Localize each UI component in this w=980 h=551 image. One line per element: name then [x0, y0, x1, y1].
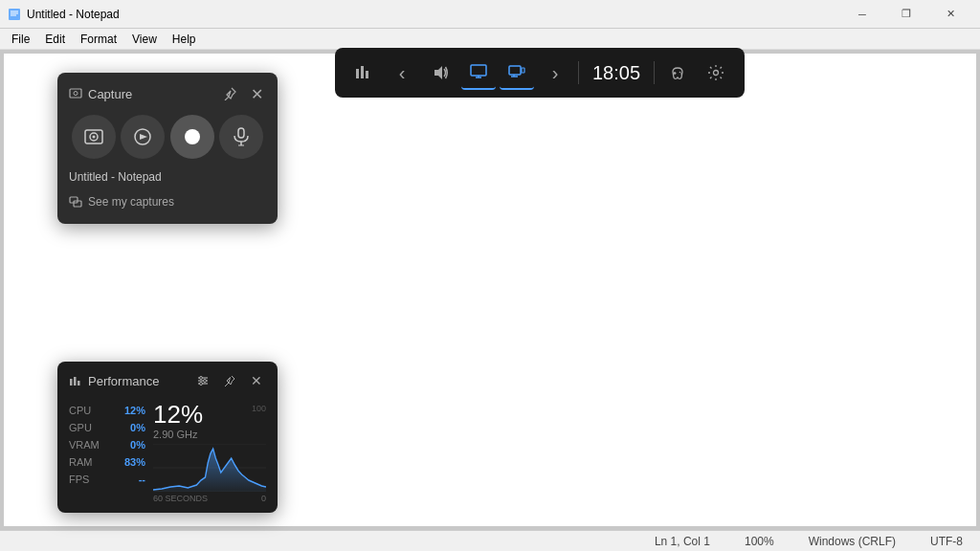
svg-rect-31: [70, 379, 73, 386]
see-captures-link[interactable]: See my captures: [69, 191, 266, 212]
perf-panel-header: Performance ✕: [69, 371, 266, 390]
svg-rect-8: [471, 65, 486, 76]
record-button[interactable]: [170, 115, 214, 159]
current-time: 18:05: [585, 62, 648, 84]
window-controls: ─ ❐ ✕: [840, 0, 972, 29]
capture-panel-controls: ✕: [220, 84, 266, 103]
ram-label: RAM: [69, 453, 92, 471]
fps-stat: FPS --: [69, 471, 145, 488]
perf-settings-btn[interactable]: [193, 371, 212, 390]
svg-point-18: [680, 73, 682, 75]
forward-btn[interactable]: ›: [538, 55, 572, 90]
gpu-value: 0%: [130, 419, 145, 436]
svg-point-24: [92, 136, 95, 139]
capture-panel: Capture ✕: [57, 73, 278, 224]
perf-pin-btn[interactable]: [220, 371, 239, 390]
gpu-stat: GPU 0%: [69, 419, 145, 436]
svg-rect-26: [238, 128, 244, 138]
close-button[interactable]: ✕: [928, 0, 972, 29]
capture-buttons: [69, 115, 266, 159]
perf-title-icon: [69, 374, 82, 387]
performance-graph: [153, 444, 266, 492]
menu-format[interactable]: Format: [73, 31, 124, 48]
graph-min-label: 0: [261, 494, 266, 503]
notepad-icon: [8, 8, 21, 21]
cursor-position[interactable]: Ln 1, Col 1: [647, 535, 718, 548]
vram-value: 0%: [130, 436, 145, 453]
svg-point-19: [714, 71, 719, 76]
zoom-level[interactable]: 100%: [737, 535, 782, 548]
capture-panel-header: Capture ✕: [69, 84, 266, 103]
menu-help[interactable]: Help: [165, 31, 204, 48]
perf-body: CPU 12% GPU 0% VRAM 0% RAM 83% FPS --: [69, 402, 266, 503]
perf-sub-value: 2.90 GHz: [153, 429, 203, 440]
encoding[interactable]: UTF-8: [923, 535, 970, 548]
graph-labels: 60 SECONDS 0: [153, 494, 266, 503]
svg-point-21: [74, 92, 78, 96]
svg-rect-0: [9, 9, 20, 20]
cpu-value: 12%: [124, 402, 145, 419]
svg-rect-32: [74, 377, 77, 386]
svg-point-38: [204, 380, 207, 383]
performance-panel: Performance ✕: [57, 362, 278, 513]
svg-point-37: [200, 377, 203, 380]
capture-panel-title: Capture: [88, 87, 132, 101]
capture-title-row: Capture: [69, 87, 132, 101]
ram-value: 83%: [124, 453, 145, 471]
pin-button[interactable]: [220, 84, 239, 103]
screenshot-button[interactable]: [72, 115, 116, 159]
svg-point-39: [200, 383, 203, 386]
svg-rect-33: [78, 381, 80, 386]
menubar: File Edit Format View Help: [0, 29, 980, 50]
display-btn[interactable]: [461, 55, 496, 90]
settings-btn[interactable]: [699, 55, 733, 90]
mic-button[interactable]: [219, 115, 263, 159]
svg-marker-7: [434, 66, 442, 79]
cpu-label: CPU: [69, 402, 91, 419]
perf-stats: CPU 12% GPU 0% VRAM 0% RAM 83% FPS --: [69, 402, 145, 503]
svg-rect-20: [70, 89, 81, 98]
perf-panel-controls: ✕: [193, 371, 266, 390]
ram-stat: RAM 83%: [69, 453, 145, 471]
svg-rect-12: [522, 68, 524, 73]
perf-title-row: Performance: [69, 374, 159, 388]
menu-view[interactable]: View: [124, 31, 165, 48]
toolbar-widget: ‹ › 18:05: [335, 48, 745, 98]
vram-label: VRAM: [69, 436, 100, 453]
line-ending[interactable]: Windows (CRLF): [801, 535, 903, 548]
gif-button[interactable]: [121, 115, 165, 159]
menu-edit[interactable]: Edit: [37, 31, 73, 48]
statusbar: Ln 1, Col 1 100% Windows (CRLF) UTF-8: [0, 530, 980, 551]
gpu-label: GPU: [69, 419, 92, 436]
vram-stat: VRAM 0%: [69, 436, 145, 453]
close-perf-button[interactable]: ✕: [247, 371, 266, 390]
svg-rect-4: [356, 69, 359, 78]
menu-file[interactable]: File: [4, 31, 37, 48]
controller-btn[interactable]: [660, 55, 695, 90]
volume-btn[interactable]: [423, 55, 457, 90]
perf-main: 12% 2.90 GHz 100: [153, 402, 266, 503]
close-capture-button[interactable]: ✕: [247, 84, 266, 103]
minimize-button[interactable]: ─: [840, 0, 884, 29]
titlebar: Untitled - Notepad ─ ❐ ✕: [0, 0, 980, 29]
window-title: Untitled - Notepad: [27, 8, 840, 21]
monitor-btn[interactable]: [500, 55, 534, 90]
fps-label: FPS: [69, 471, 89, 488]
svg-rect-5: [361, 66, 364, 78]
svg-rect-11: [509, 66, 521, 75]
capture-app-name: Untitled - Notepad: [69, 170, 266, 184]
see-captures-icon: [69, 195, 82, 209]
perf-panel-title: Performance: [88, 374, 159, 388]
see-captures-label: See my captures: [88, 195, 174, 209]
graph-max-label: 100: [252, 404, 266, 413]
capture-title-icon: [69, 87, 82, 100]
maximize-button[interactable]: ❐: [884, 0, 928, 29]
divider: [578, 61, 579, 84]
performance-widget-btn[interactable]: [346, 55, 381, 90]
back-btn[interactable]: ‹: [385, 55, 419, 90]
svg-rect-6: [366, 71, 368, 78]
record-dot: [185, 129, 200, 144]
fps-value: --: [139, 471, 145, 488]
perf-main-value: 12%: [153, 402, 203, 427]
cpu-stat: CPU 12%: [69, 402, 145, 419]
